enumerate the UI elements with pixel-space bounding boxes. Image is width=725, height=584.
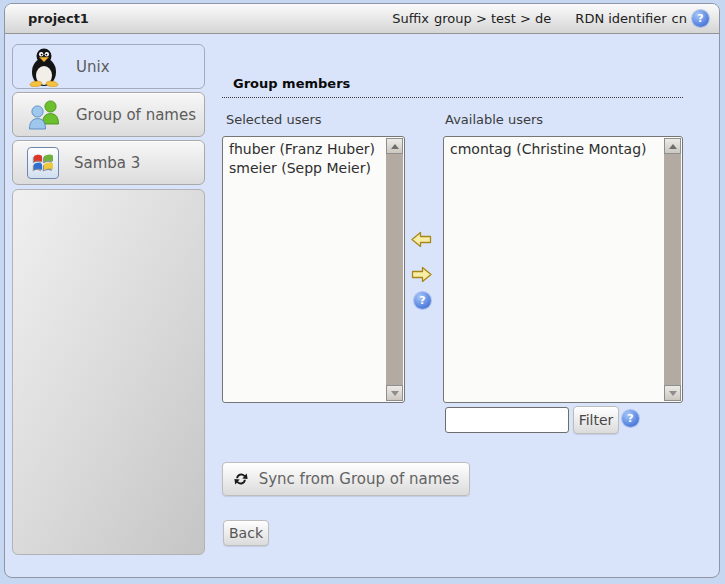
app-window: project1 Suffix group > test > de RDN id… [4,3,720,578]
list-item[interactable]: smeier (Sepp Meier) [229,159,386,178]
rdn-value: cn [672,11,687,26]
rdn-label: RDN identifier [575,11,666,26]
list-item[interactable]: cmontag (Christine Montag) [450,140,664,159]
move-left-arrow-button[interactable] [411,231,433,249]
rdn-help-icon[interactable]: ? [692,10,709,27]
section-heading: Group members [222,74,683,98]
tab-group-of-names[interactable]: Group of names [12,92,205,137]
scroll-down-button[interactable] [664,385,681,401]
sync-refresh-icon [233,471,249,487]
available-users-listbox[interactable]: cmontag (Christine Montag) [443,136,683,403]
group-people-icon [27,98,61,132]
suffix-label: Suffix [392,11,429,26]
sync-button-label: Sync from Group of names [259,470,460,488]
list-item[interactable]: fhuber (Franz Huber) [229,140,386,159]
section-title: Group members [233,76,350,91]
selected-users-listbox[interactable]: fhuber (Franz Huber) smeier (Sepp Meier) [222,136,405,403]
scroll-down-button[interactable] [386,385,403,401]
selected-users-label: Selected users [226,112,322,127]
tab-label: Group of names [76,106,196,124]
triangle-down-icon [391,391,399,396]
scrollbar[interactable] [386,138,403,401]
tab-samba3[interactable]: Samba 3 [12,140,205,185]
titlebar: project1 Suffix group > test > de RDN id… [5,4,719,34]
triangle-down-icon [669,391,677,396]
tab-label: Unix [76,58,110,76]
sidebar-panel [12,189,205,555]
scroll-up-button[interactable] [386,138,403,154]
triangle-up-icon [669,144,677,149]
members-help-icon[interactable]: ? [414,292,431,309]
filter-button[interactable]: Filter [573,406,619,434]
page-title: project1 [28,11,89,26]
tab-label: Samba 3 [74,154,140,172]
available-users-items: cmontag (Christine Montag) [444,137,664,402]
titlebar-info: Suffix group > test > de RDN identifier … [392,10,709,27]
available-users-label: Available users [445,112,543,127]
back-button[interactable]: Back [223,520,269,546]
scroll-up-button[interactable] [664,138,681,154]
filter-input[interactable] [445,407,569,433]
scrollbar[interactable] [664,138,681,401]
selected-users-items: fhuber (Franz Huber) smeier (Sepp Meier) [223,137,386,402]
filter-help-icon[interactable]: ? [622,410,639,427]
tux-penguin-icon [27,47,61,87]
sync-from-group-of-names-button[interactable]: Sync from Group of names [222,462,470,496]
suffix-value: group > test > de [434,11,551,26]
move-right-arrow-button[interactable] [411,266,433,284]
tab-unix[interactable]: Unix [12,44,205,89]
windows-logo-icon [27,147,59,179]
triangle-up-icon [391,144,399,149]
